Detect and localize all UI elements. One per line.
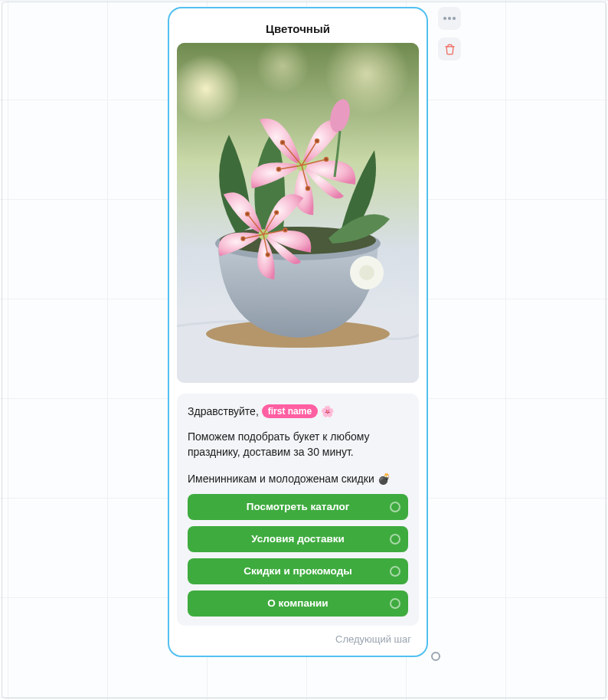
hero-image[interactable]: [177, 43, 419, 383]
option-button-label: О компании: [267, 597, 328, 609]
bomb-emoji-icon: 💣: [378, 473, 391, 485]
connector-port-icon[interactable]: [390, 566, 400, 577]
message-paragraph-2: Именинникам и молодоженам скидки 💣: [188, 471, 408, 486]
svg-point-24: [275, 211, 279, 214]
svg-point-13: [315, 139, 319, 143]
connector-port-icon[interactable]: [390, 534, 400, 545]
bot-step-card[interactable]: Цветочный: [168, 7, 428, 657]
svg-point-28: [241, 237, 245, 240]
svg-point-15: [325, 158, 329, 162]
greeting-line: Здравствуйте, first name 🌸: [188, 404, 408, 418]
trash-icon: [444, 44, 456, 55]
option-button-discounts[interactable]: Скидки и прокомоды: [188, 558, 408, 584]
variable-pill-first-name[interactable]: first name: [262, 404, 318, 418]
connector-port-icon[interactable]: [390, 598, 400, 609]
delete-button[interactable]: [438, 38, 461, 61]
svg-point-30: [266, 253, 270, 257]
connector-port-icon[interactable]: [390, 502, 400, 512]
svg-point-26: [283, 228, 287, 232]
next-step-label: Следующий шаг: [177, 626, 419, 645]
svg-point-17: [277, 168, 281, 172]
option-buttons: Посмотреть каталог Условия доставки Скид…: [188, 494, 408, 617]
svg-point-22: [246, 212, 250, 216]
option-button-delivery[interactable]: Условия доставки: [188, 526, 408, 552]
card-title: Цветочный: [177, 16, 419, 43]
option-button-label: Скидки и прокомоды: [244, 565, 352, 577]
option-button-about[interactable]: О компании: [188, 590, 408, 617]
svg-point-8: [359, 265, 374, 280]
option-button-label: Условия доставки: [251, 533, 345, 545]
message-paragraph-1: Поможем подобрать букет к любому праздни…: [188, 429, 408, 460]
message-paragraph-2-text: Именинникам и молодоженам скидки: [188, 473, 374, 485]
message-block: Здравствуйте, first name 🌸 Поможем подоб…: [177, 394, 419, 626]
more-options-button[interactable]: [438, 7, 461, 30]
greeting-text: Здравствуйте,: [188, 405, 259, 417]
svg-point-19: [306, 187, 310, 191]
svg-point-11: [281, 141, 285, 145]
next-step-port-icon[interactable]: [431, 652, 440, 661]
ellipsis-icon: [443, 17, 456, 20]
option-button-label: Посмотреть каталог: [247, 501, 350, 512]
option-button-catalog[interactable]: Посмотреть каталог: [188, 494, 408, 520]
flower-emoji-icon: 🌸: [321, 405, 334, 417]
card-side-actions: [438, 7, 461, 61]
